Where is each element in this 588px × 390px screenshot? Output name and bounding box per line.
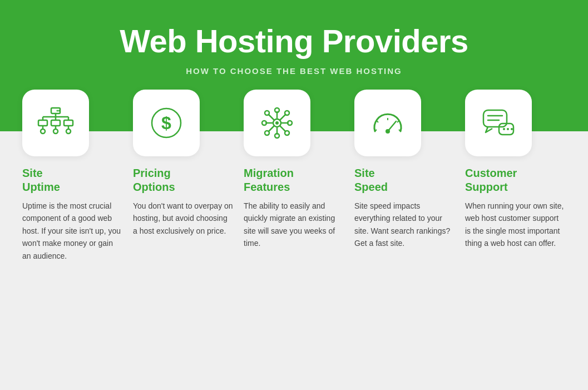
card-title-site-uptime: SiteUptime [22,166,60,194]
svg-point-21 [275,121,279,125]
speedometer-icon [368,103,407,142]
svg-point-17 [58,110,60,112]
network-icon [36,103,75,142]
svg-rect-3 [64,120,73,126]
svg-point-51 [511,128,513,130]
svg-point-50 [507,128,509,130]
card-site-speed: SiteSpeed Site speed impacts everything … [354,90,455,262]
svg-point-35 [265,131,269,135]
svg-point-15 [66,129,71,134]
card-desc-site-uptime: Uptime is the most crucial component of … [22,200,123,262]
svg-point-14 [53,129,58,134]
svg-point-29 [288,121,292,125]
svg-rect-1 [38,120,47,126]
gear-network-icon [258,103,297,142]
svg-line-41 [397,121,399,122]
card-desc-pricing-options: You don't want to overpay on hosting, bu… [133,200,234,237]
card-pricing-options: $ PricingOptions You don't want to overp… [133,90,234,262]
svg-point-33 [285,111,289,115]
icon-box-migration-features [244,90,310,156]
svg-point-31 [265,111,269,115]
card-desc-customer-support: When running your own site, web host cus… [465,200,566,250]
page-wrapper: Web Hosting Providers HOW TO CHOOSE THE … [0,0,588,390]
card-title-pricing-options: PricingOptions [133,166,175,194]
card-site-uptime: SiteUptime Uptime is the most crucial co… [22,90,123,262]
icon-box-pricing-options: $ [133,90,200,156]
svg-point-16 [57,110,58,112]
svg-point-13 [41,129,45,134]
dollar-icon: $ [147,103,186,142]
icon-box-site-uptime [22,90,89,156]
svg-point-23 [275,108,279,112]
card-title-customer-support: CustomerSupport [465,166,517,194]
icon-box-customer-support [465,90,532,156]
svg-point-44 [386,129,390,134]
card-title-site-speed: SiteSpeed [354,166,388,194]
subtitle: HOW TO CHOOSE THE BEST WEB HOSTING [186,66,402,76]
svg-rect-2 [51,120,60,126]
chat-icon [479,103,518,142]
card-desc-site-speed: Site speed impacts everything related to… [354,200,455,250]
svg-line-39 [377,121,378,122]
main-title: Web Hosting Providers [120,22,468,60]
card-desc-migration-features: The ability to easily and quickly migrat… [244,200,344,250]
card-title-migration-features: MigrationFeatures [244,166,294,194]
svg-point-37 [285,131,289,135]
icon-box-site-speed [354,90,421,156]
cards-row: SiteUptime Uptime is the most crucial co… [22,90,566,262]
svg-point-25 [275,134,279,138]
card-customer-support: CustomerSupport When running your own si… [465,90,566,262]
content-section: SiteUptime Uptime is the most crucial co… [0,131,588,390]
svg-point-27 [262,121,266,125]
card-migration-features: MigrationFeatures The ability to easily … [244,90,344,262]
svg-point-49 [503,128,505,130]
svg-rect-45 [483,110,507,127]
svg-text:$: $ [161,113,171,133]
